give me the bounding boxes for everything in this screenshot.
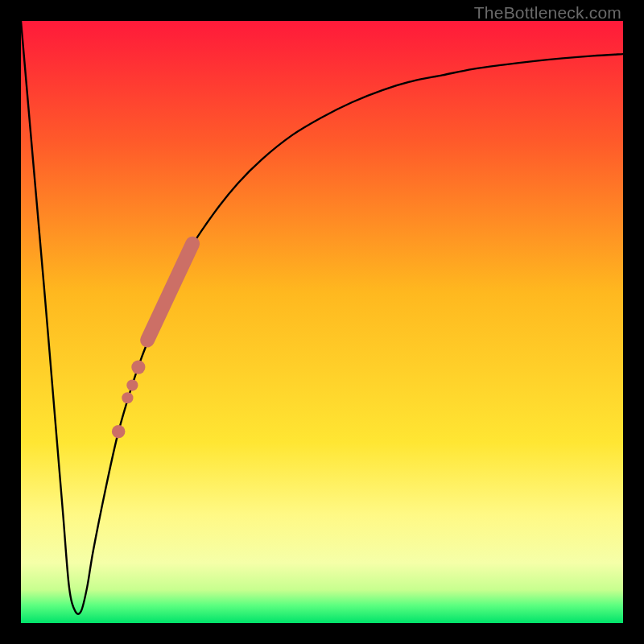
marker-dot — [122, 392, 133, 403]
bottleneck-chart — [21, 21, 623, 623]
chart-frame: TheBottleneck.com — [0, 0, 644, 644]
gradient-background — [21, 21, 623, 623]
marker-dot — [112, 425, 125, 438]
plot-area — [21, 21, 623, 623]
attribution-label: TheBottleneck.com — [474, 3, 621, 23]
marker-dot — [131, 361, 145, 374]
marker-dot — [126, 379, 138, 390]
